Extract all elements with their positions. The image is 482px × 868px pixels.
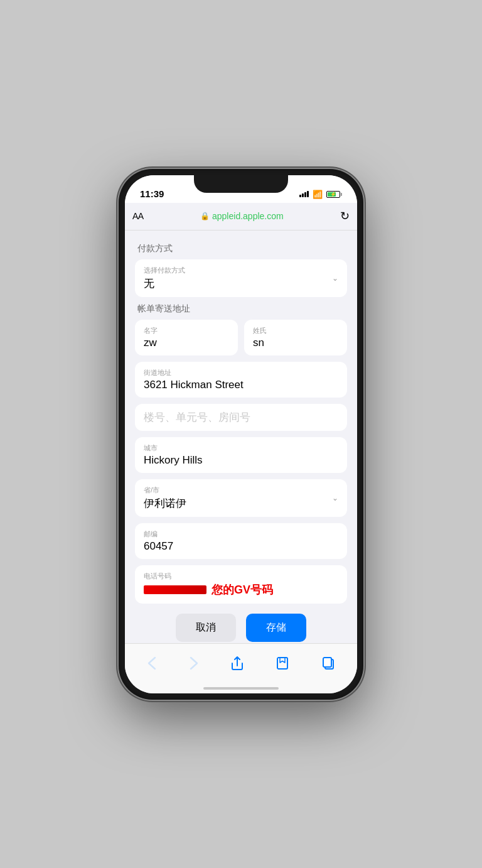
phone-screen: 11:39 📶 ⚡ AA xyxy=(125,175,357,693)
city-field[interactable]: 城市 Hickory Hills xyxy=(135,437,347,473)
phone-field[interactable]: 电话号码 您的GV号码 xyxy=(135,565,347,604)
content-area: 付款方式 选择付款方式 无 ⌄ 帐单寄送地址 名字 zw xyxy=(125,231,357,643)
tabs-button[interactable] xyxy=(312,651,345,675)
notch xyxy=(194,175,288,193)
browser-aa-button[interactable]: AA xyxy=(132,211,144,221)
status-time: 11:39 xyxy=(140,188,164,199)
last-name-field[interactable]: 姓氏 sn xyxy=(244,320,347,355)
phone-frame: 11:39 📶 ⚡ AA xyxy=(119,169,363,700)
state-label: 省/市 xyxy=(144,486,338,495)
first-name-card: 名字 zw xyxy=(135,320,238,355)
signal-icon xyxy=(299,191,309,197)
zip-value: 60457 xyxy=(144,540,173,552)
payment-section-label: 付款方式 xyxy=(135,243,347,254)
city-label: 城市 xyxy=(144,443,338,453)
payment-method-value: 无 xyxy=(144,278,154,290)
battery-icon: ⚡ xyxy=(326,191,342,198)
phone-redacted xyxy=(144,585,206,594)
payment-method-card: 选择付款方式 无 ⌄ xyxy=(135,259,347,297)
zip-card: 邮编 60457 xyxy=(135,523,347,559)
apt-card: 楼号、单元号、房间号 xyxy=(135,404,347,431)
back-button[interactable] xyxy=(137,651,166,675)
first-name-field[interactable]: 名字 zw xyxy=(135,320,238,355)
payment-dropdown-icon[interactable]: ⌄ xyxy=(332,274,338,283)
form-buttons: 取消 存储 xyxy=(135,614,347,642)
cancel-button[interactable]: 取消 xyxy=(176,614,236,642)
name-row: 名字 zw 姓氏 sn xyxy=(135,320,347,362)
payment-method-field[interactable]: 选择付款方式 无 ⌄ xyxy=(135,259,347,297)
phone-gv-text: 您的GV号码 xyxy=(212,582,273,597)
last-name-label: 姓氏 xyxy=(253,326,338,335)
street-field[interactable]: 街道地址 3621 Hickman Street xyxy=(135,362,347,398)
street-card: 街道地址 3621 Hickman Street xyxy=(135,362,347,398)
first-name-label: 名字 xyxy=(144,326,229,335)
phone-card: 电话号码 您的GV号码 xyxy=(135,565,347,604)
phone-value-row: 您的GV号码 xyxy=(144,582,338,597)
last-name-value: sn xyxy=(253,337,264,349)
street-value: 3621 Hickman Street xyxy=(144,379,244,391)
street-label: 街道地址 xyxy=(144,368,338,377)
svg-rect-0 xyxy=(277,658,287,669)
browser-url-bar[interactable]: 🔒 appleid.apple.com xyxy=(150,211,334,221)
state-card: 省/市 伊利诺伊 ⌄ xyxy=(135,479,347,517)
wifi-icon: 📶 xyxy=(313,190,323,199)
bookmarks-button[interactable] xyxy=(266,651,299,675)
bottom-bar xyxy=(125,643,357,693)
state-dropdown-icon[interactable]: ⌄ xyxy=(332,494,338,502)
apt-placeholder: 楼号、单元号、房间号 xyxy=(144,411,250,423)
state-value: 伊利诺伊 xyxy=(144,497,186,509)
browser-url-text: appleid.apple.com xyxy=(212,211,284,221)
share-button[interactable] xyxy=(221,651,254,675)
forward-button[interactable] xyxy=(179,651,208,675)
payment-method-label: 选择付款方式 xyxy=(144,266,338,275)
city-value: Hickory Hills xyxy=(144,454,203,466)
zip-field[interactable]: 邮编 60457 xyxy=(135,523,347,559)
lock-icon: 🔒 xyxy=(200,212,210,220)
zip-label: 邮编 xyxy=(144,529,338,539)
svg-rect-2 xyxy=(323,658,331,667)
last-name-card: 姓氏 sn xyxy=(244,320,347,355)
state-field[interactable]: 省/市 伊利诺伊 ⌄ xyxy=(135,479,347,517)
billing-section-label: 帐单寄送地址 xyxy=(135,303,347,315)
status-icons: 📶 ⚡ xyxy=(299,190,342,199)
apt-field[interactable]: 楼号、单元号、房间号 xyxy=(135,404,347,431)
phone-label: 电话号码 xyxy=(144,572,338,581)
refresh-button[interactable]: ↻ xyxy=(340,209,350,223)
home-indicator xyxy=(203,687,279,690)
city-card: 城市 Hickory Hills xyxy=(135,437,347,473)
save-button[interactable]: 存储 xyxy=(246,614,306,642)
browser-bar: AA 🔒 appleid.apple.com ↻ xyxy=(125,203,357,231)
first-name-value: zw xyxy=(144,337,157,349)
